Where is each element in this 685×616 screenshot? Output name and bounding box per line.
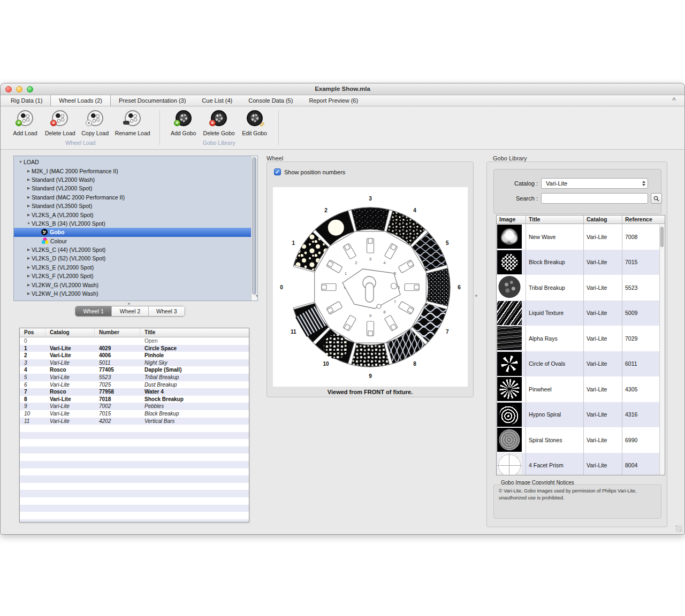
badge-icon: [86, 120, 92, 126]
gobo-row[interactable]: 4 Facet Prism Vari-Lite 8004: [497, 453, 665, 476]
wheel-tab[interactable]: Wheel 3: [149, 306, 185, 316]
tab[interactable]: Report Preview (6): [301, 95, 366, 106]
toolbar-button[interactable]: Copy Load: [78, 109, 112, 137]
tab[interactable]: Cue List (4): [194, 95, 240, 106]
disclosure-triangle-icon[interactable]: [26, 273, 32, 279]
load-table-row[interactable]: 1 Vari-Lite 4029 Circle Space: [20, 345, 249, 352]
tree-item[interactable]: Standard (VL2000 Wash): [14, 175, 257, 184]
gobo-row[interactable]: Tribal Breakup Vari-Lite 5523: [497, 275, 665, 301]
gobo-row[interactable]: Pinwheel Vari-Lite 4305: [497, 376, 665, 402]
disclosure-triangle-icon[interactable]: [26, 194, 32, 201]
tree-item[interactable]: VL2KS_F (VL2000 Spot): [14, 272, 257, 280]
search-input[interactable]: [541, 193, 648, 204]
column-header[interactable]: Reference: [622, 215, 665, 224]
tree-item[interactable]: Standard (VL3500 Spot): [14, 202, 257, 210]
load-table-row[interactable]: 6 Vari-Lite 7025 Dust Breakup: [20, 381, 249, 389]
gobo-row[interactable]: Block Breakup Vari-Lite 7015: [497, 250, 665, 275]
catalog-dropdown[interactable]: Vari-Lite: [541, 178, 648, 189]
splitter-handle[interactable]: [475, 295, 477, 297]
tree-item-label: Colour: [50, 238, 67, 244]
tab[interactable]: Wheel Loads (2): [50, 95, 111, 106]
close-button[interactable]: [5, 86, 12, 93]
tree-item[interactable]: VL2KS_C (44) (VL2000 Spot): [14, 245, 257, 254]
load-table-row[interactable]: 11 Vari-Lite 4202 Vertical Bars: [20, 418, 249, 425]
column-header[interactable]: Title: [140, 328, 249, 337]
tab[interactable]: Preset Documentation (3): [111, 95, 194, 106]
tree-item[interactable]: M2K_I (MAC 2000 Performance II): [14, 166, 257, 175]
column-header[interactable]: Catalog: [584, 215, 622, 224]
tree-scrollbar-thumb[interactable]: [252, 157, 256, 295]
disclosure-triangle-icon[interactable]: [26, 247, 32, 253]
gobo-scrollbar-thumb[interactable]: [660, 227, 664, 247]
gobo-row[interactable]: Spiral Stones Vari-Lite 6990: [497, 427, 665, 453]
minimize-button[interactable]: [16, 86, 22, 93]
titlebar[interactable]: Example Show.mla: [1, 83, 684, 95]
cell-title: Dapple (Small): [140, 366, 249, 374]
disclosure-triangle-icon[interactable]: [26, 185, 32, 191]
toolbar-button[interactable]: Rename Load: [112, 109, 153, 137]
gobo-row[interactable]: Circle of Ovals Vari-Lite 6011: [497, 351, 665, 377]
tree-item[interactable]: Standard (VL2000 Spot): [14, 184, 257, 192]
disclosure-triangle-icon[interactable]: [26, 212, 32, 218]
tree-item[interactable]: Standard (MAC 2000 Performance II): [14, 193, 257, 202]
disclosure-triangle-icon[interactable]: [26, 290, 32, 297]
splitter-handle[interactable]: [128, 303, 130, 305]
toolbar-collapse-chevron-icon[interactable]: ^: [672, 95, 676, 106]
tree-item[interactable]: VL2KS_A (VL2000 Spot): [14, 210, 257, 219]
search-button[interactable]: [651, 193, 662, 204]
column-header[interactable]: Image: [497, 215, 526, 224]
disclosure-triangle-icon[interactable]: [26, 168, 32, 174]
tab[interactable]: Console Data (5): [240, 95, 301, 106]
load-table-row[interactable]: 10 Vari-Lite 7015 Block Breakup: [20, 410, 249, 418]
tree-item[interactable]: Colour: [14, 237, 257, 245]
load-table-row[interactable]: 2 Vari-Lite 4006 Pinhole: [20, 352, 249, 359]
disclosure-triangle-icon[interactable]: [26, 264, 32, 271]
tree-item[interactable]: VL2KS_E (VL2000 Spot): [14, 263, 257, 272]
disclosure-triangle-icon[interactable]: [26, 255, 32, 261]
column-header[interactable]: Title: [526, 215, 584, 224]
tree-item[interactable]: Gobo: [14, 228, 257, 236]
disclosure-triangle-icon[interactable]: [26, 220, 32, 227]
tree-item[interactable]: VL2KS_B (34) (VL2000 Spot): [14, 219, 257, 228]
svg-text:9: 9: [369, 373, 372, 379]
tree-item[interactable]: VL2KW_H (VL2000 Wash): [14, 289, 257, 298]
load-table-row[interactable]: 0 Open: [20, 337, 249, 345]
load-table-row[interactable]: 9 Vari-Lite 7002 Pebbles: [20, 403, 249, 410]
gobo-row[interactable]: Hypno Spiral Vari-Lite 4316: [497, 402, 665, 428]
column-header[interactable]: Catalog: [45, 328, 95, 337]
toolbar-button[interactable]: Delete Load: [42, 109, 78, 137]
tree-item[interactable]: VL2KS_D (52) (VL2000 Spot): [14, 254, 257, 263]
load-table-row[interactable]: 5 Vari-Lite 5523 Tribal Breakup: [20, 374, 249, 381]
load-table-row[interactable]: 7 Rosco 77958 Water 4: [20, 388, 249, 396]
tree-scrollbar[interactable]: [251, 156, 257, 301]
disclosure-triangle-icon[interactable]: [26, 282, 32, 288]
traffic-lights: [5, 86, 33, 93]
column-header[interactable]: Number: [95, 328, 140, 337]
disclosure-triangle-icon[interactable]: [26, 203, 32, 209]
wheel-tab[interactable]: Wheel 2: [112, 306, 148, 316]
gobo-row[interactable]: Liquid Texture Vari-Lite 5009: [497, 301, 665, 326]
show-position-numbers-checkbox[interactable]: [274, 168, 281, 175]
toolbar-button[interactable]: Edit Gobo: [238, 109, 272, 137]
table-header: Pos Catalog Number Title: [20, 328, 249, 337]
load-table-row[interactable]: 8 Vari-Lite 7018 Shock Breakup: [20, 396, 249, 403]
tree-item[interactable]: LOAD: [14, 158, 257, 166]
gobo-row[interactable]: New Wave Vari-Lite 7008: [497, 224, 665, 250]
column-header[interactable]: Pos: [20, 328, 45, 337]
disclosure-triangle-icon[interactable]: [26, 176, 32, 183]
gobo-row[interactable]: Alpha Rays Vari-Lite 7029: [497, 326, 665, 351]
toolbar-button[interactable]: Add Gobo: [166, 109, 201, 137]
gobo-scrollbar[interactable]: [659, 225, 665, 475]
tab[interactable]: Rig Data (1): [3, 95, 50, 106]
splitter-handle[interactable]: [256, 295, 258, 297]
resize-grip[interactable]: [675, 525, 682, 532]
zoom-button[interactable]: [27, 86, 33, 93]
disclosure-triangle-icon[interactable]: [18, 159, 24, 165]
tree-item[interactable]: VL2KW_G (VL2000 Wash): [14, 280, 257, 289]
toolbar-button[interactable]: Add Load: [8, 109, 42, 137]
load-table-row[interactable]: 4 Rosco 77405 Dapple (Small): [20, 366, 249, 374]
cell-catalog: Rosco: [45, 388, 95, 396]
toolbar-button[interactable]: Delete Gobo: [201, 109, 238, 137]
load-table-row[interactable]: 3 Vari-Lite 5011 Night Sky: [20, 359, 249, 367]
wheel-tab[interactable]: Wheel 1: [75, 306, 112, 316]
